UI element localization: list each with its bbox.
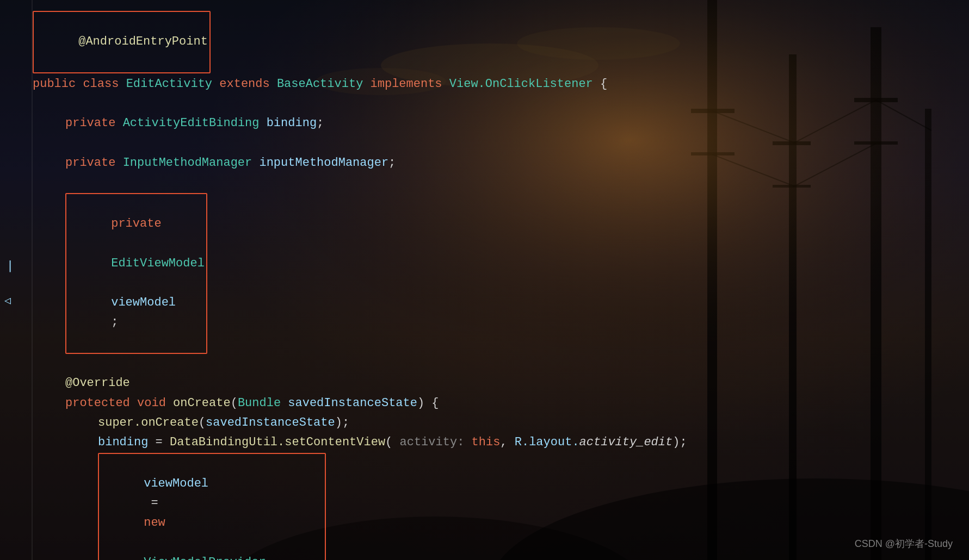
param-type: Bundle [238,394,281,413]
override-annot: @Override [65,374,130,393]
blank-line-2 [33,134,947,153]
return-type: void [137,394,166,413]
bookmark-icon: ◁ [4,294,11,307]
var-imm: inputMethodManager [259,153,388,173]
super-call: super.onCreate [98,413,199,433]
brace-open: { [593,74,607,94]
code-line-10: @Override [65,374,947,393]
space4 [270,74,277,94]
code-line-13: binding = DataBindingUtil.setContentView… [98,433,947,452]
space6 [442,74,449,94]
var-binding: binding [267,114,317,133]
param-label-1: activity: [400,433,465,452]
kw-implements: implements [371,74,442,94]
var-vm: viewModel [111,296,176,309]
type-3: EditViewModel [111,257,205,270]
vmp-class: ViewModelProvider [144,556,266,560]
kw-public: public [33,74,76,94]
code-line-8: private EditViewModel viewModel ; [65,193,947,354]
super-arg: savedInstanceState [206,413,335,433]
kw-private-3: private [111,217,161,231]
type-2: InputMethodManager [123,153,252,173]
watermark-text: CSDN @初学者-Study [855,537,953,550]
method-oncreate: onCreate [173,394,231,413]
space1 [76,74,83,94]
kw-protected: protected [65,394,130,413]
r-layout: R.layout. [515,433,579,452]
interface-name: View.OnClickListener [449,74,593,94]
kw-private-2: private [65,153,115,173]
code-editor: @AndroidEntryPoint public class EditActi… [0,0,969,560]
code-line-12: super.onCreate ( savedInstanceState ); [98,413,947,433]
blank-line-1 [33,94,947,114]
code-line-6: private InputMethodManager inputMethodMa… [65,153,947,173]
space3 [212,74,219,94]
code-line-1: @AndroidEntryPoint [33,11,947,73]
blank-line-3 [33,173,947,192]
code-line-2: public class EditActivity extends BaseAc… [33,74,947,94]
annotation-text: @AndroidEntryPoint [78,35,208,48]
annotation-highlight: @AndroidEntryPoint [33,11,211,73]
code-line-11: protected void onCreate ( Bundle savedIn… [65,394,947,413]
kw-extends: extends [219,74,269,94]
kw-new: new [144,516,165,530]
viewmodel-assign-highlight: viewModel = new ViewModelProvider ( owne… [98,453,326,560]
space5 [363,74,370,94]
layout-name: activity_edit [579,433,673,452]
kw-class: class [83,74,119,94]
base-class: BaseActivity [277,74,363,94]
param-this: this [472,433,501,452]
databinding-method: DataBindingUtil.setContentView [170,433,385,452]
kw-private-1: private [65,114,115,133]
left-cursor-marker: | [7,258,14,272]
blank-line-4 [33,354,947,374]
code-line-4: private ActivityEditBinding binding ; [65,114,947,133]
code-line-14: viewModel = new ViewModelProvider ( owne… [98,453,947,560]
binding-var: binding [98,433,148,452]
viewmodel-highlight: private EditViewModel viewModel ; [65,193,207,354]
space2 [119,74,126,94]
class-name: EditActivity [126,74,212,94]
vm-var: viewModel [144,477,208,490]
param-name: savedInstanceState [288,394,417,413]
type-1: ActivityEditBinding [123,114,260,133]
